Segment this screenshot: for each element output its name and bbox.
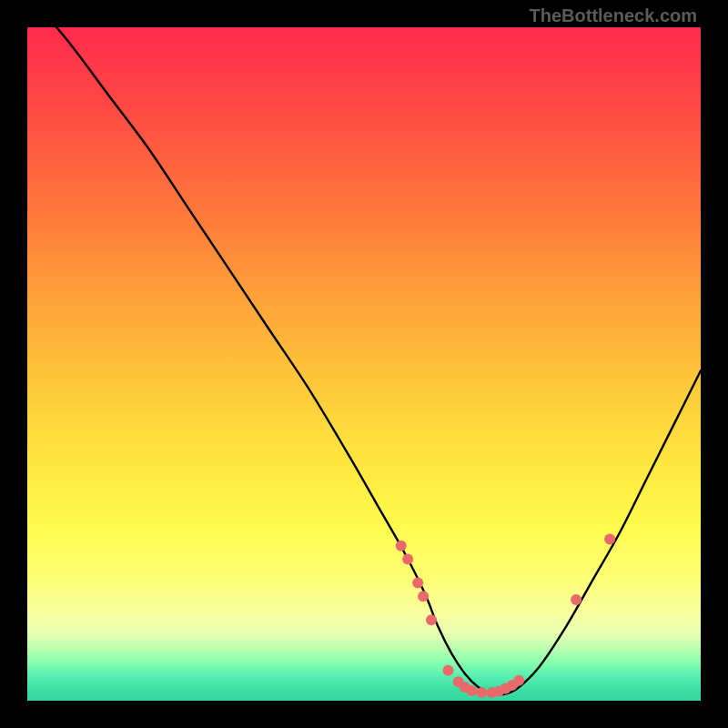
plot-gradient-background xyxy=(27,27,701,701)
watermark-label: TheBottleneck.com xyxy=(530,5,697,26)
chart-frame: TheBottleneck.com xyxy=(0,0,728,728)
